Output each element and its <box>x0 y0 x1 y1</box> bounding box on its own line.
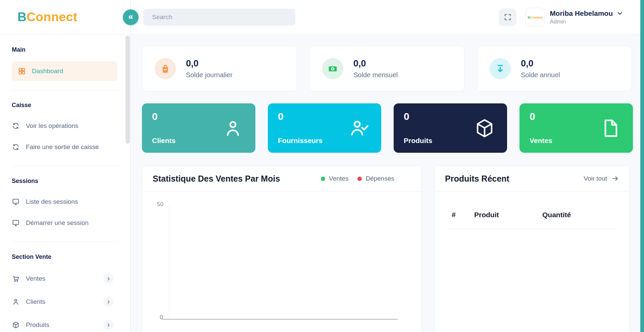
sidebar-item-produits[interactable]: Produits <box>12 320 117 330</box>
metric-label: Clients <box>152 137 176 145</box>
sidebar-item-label: Dashboard <box>32 67 63 75</box>
sidebar-item-label: Voir les opérations <box>26 122 78 130</box>
metric-value: 0 <box>152 111 158 122</box>
stat-label: Solde journalier <box>186 71 233 79</box>
fullscreen-icon <box>503 13 512 21</box>
user-menu[interactable]: Moriba Hebelamou Admin <box>550 9 623 25</box>
top-header: « BConnect Moriba Hebelamou Admin <box>131 0 644 35</box>
sidebar-item-label: Liste des sessions <box>26 198 78 205</box>
sidebar: BConnect Main Dashboard Caisse Voir les … <box>0 0 131 332</box>
metric-card-ventes: 0 Ventes <box>519 103 633 153</box>
stat-value: 0,0 <box>353 58 398 69</box>
see-all-label: Voir tout <box>584 175 607 182</box>
legend-label: Ventes <box>329 175 348 182</box>
main-content: 0,0 Solde journalier 0,0 Solde mensuel <box>131 35 644 332</box>
nav-divider <box>12 242 117 242</box>
y-axis-min-label: 0 <box>160 314 163 321</box>
see-all-link[interactable]: Voir tout <box>584 175 619 182</box>
fullscreen-button[interactable] <box>499 8 516 26</box>
app-logo[interactable]: BConnect <box>17 10 78 24</box>
stat-cards-row: 0,0 Solde journalier 0,0 Solde mensuel <box>142 46 644 91</box>
chart-plot-area: 50 0 <box>142 192 422 332</box>
metric-label: Fournisseurs <box>278 137 323 145</box>
metric-value: 0 <box>404 111 409 122</box>
sidebar-item-dashboard[interactable]: Dashboard <box>12 61 117 81</box>
page-scrollbar[interactable] <box>640 0 644 332</box>
sidebar-item-demarrer-une-session[interactable]: Démarrer une session <box>12 219 117 227</box>
column-header-quantite: Quantité <box>542 211 619 219</box>
bag-icon <box>155 58 176 79</box>
chart-title: Statistique Des Ventes Par Mois <box>153 174 280 184</box>
nav-section-heading-section-vente: Section Vente <box>12 253 117 260</box>
y-axis-max-label: 50 <box>157 201 163 208</box>
metric-value: 0 <box>278 111 284 122</box>
stat-label: Solde mensuel <box>353 71 398 79</box>
legend-item-depenses[interactable]: Dépenses <box>357 175 394 182</box>
arrow-right-icon <box>611 175 619 182</box>
search-input[interactable] <box>143 9 295 26</box>
sidebar-item-ventes[interactable]: Ventes <box>12 274 117 284</box>
sidebar-item-clients[interactable]: Clients <box>12 297 117 307</box>
stat-card-solde-annuel: 0,0 Solde annuel <box>477 46 632 91</box>
chevron-down-icon <box>616 10 623 17</box>
sidebar-item-voir-les-operations[interactable]: Voir les opérations <box>12 122 117 130</box>
cube-icon <box>12 321 20 329</box>
user-role: Admin <box>550 18 623 25</box>
legend-dot-red <box>357 177 362 181</box>
sync-icon <box>12 122 20 130</box>
sidebar-item-label: Ventes <box>26 275 45 282</box>
person-icon <box>222 117 244 139</box>
avatar-logo-connect: Connect <box>530 15 543 19</box>
chevron-right-icon <box>103 274 113 284</box>
app: { "brand": { "part1": "B", "part2": "Con… <box>0 0 644 332</box>
download-icon <box>490 58 511 79</box>
metric-card-fournisseurs: 0 Fournisseurs <box>268 103 381 153</box>
metric-card-clients: 0 Clients <box>142 103 255 153</box>
sidebar-item-faire-une-sortie-de-caisse[interactable]: Faire une sortie de caisse <box>12 143 117 151</box>
chevron-right-icon <box>103 320 113 330</box>
column-header-produit: Produit <box>474 211 542 219</box>
chart-legend: Ventes Dépenses <box>321 175 394 182</box>
nav-divider <box>12 166 117 166</box>
monitor-icon <box>12 198 20 206</box>
bottom-row: Statistique Des Ventes Par Mois Ventes D… <box>142 165 644 332</box>
nav-section-heading-caisse: Caisse <box>12 102 117 109</box>
sidebar-nav: Main Dashboard Caisse Voir les opération… <box>0 35 130 330</box>
chart-header: Statistique Des Ventes Par Mois Ventes D… <box>142 166 422 192</box>
sidebar-collapse-button[interactable]: « <box>123 9 139 25</box>
recent-products-title: Produits Récent <box>445 174 509 184</box>
y-axis-line <box>169 205 169 319</box>
user-avatar[interactable]: BConnect <box>526 8 545 27</box>
metric-cards-row: 0 Clients 0 Fournisseurs 0 Produits <box>142 103 644 153</box>
sales-chart-card: Statistique Des Ventes Par Mois Ventes D… <box>142 165 422 332</box>
sidebar-item-label: Faire une sortie de caisse <box>26 143 99 151</box>
legend-label: Dépenses <box>365 175 394 182</box>
nav-divider <box>12 90 117 90</box>
column-header-index: # <box>445 211 474 219</box>
stat-value: 0,0 <box>521 58 560 69</box>
stat-card-solde-journalier: 0,0 Solde journalier <box>142 46 297 91</box>
stat-value: 0,0 <box>186 58 233 69</box>
header-right: BConnect Moriba Hebelamou Admin <box>499 8 623 27</box>
sync-icon <box>12 143 20 151</box>
user-name: Moriba Hebelamou <box>550 9 613 17</box>
sidebar-item-label: Démarrer une session <box>26 219 89 227</box>
logo-area: BConnect <box>0 0 130 35</box>
double-chevron-left-icon: « <box>128 11 133 22</box>
person-icon <box>12 298 20 306</box>
sidebar-item-label: Produits <box>26 321 49 329</box>
monitor-icon <box>12 219 20 227</box>
recent-products-header: Produits Récent Voir tout <box>435 166 629 192</box>
sidebar-item-label: Clients <box>26 298 45 305</box>
sidebar-item-liste-des-sessions[interactable]: Liste des sessions <box>12 198 117 206</box>
metric-value: 0 <box>530 111 535 122</box>
logo-part-connect: Connect <box>27 10 78 24</box>
legend-item-ventes[interactable]: Ventes <box>321 175 348 182</box>
chevron-right-icon <box>103 297 113 307</box>
person-check-icon <box>348 117 370 139</box>
logo-part-b: B <box>17 10 27 24</box>
sidebar-scrollbar[interactable] <box>126 36 130 144</box>
stat-label: Solde annuel <box>521 71 560 79</box>
metric-label: Produits <box>404 137 432 145</box>
nav-section-heading-main: Main <box>12 46 117 53</box>
